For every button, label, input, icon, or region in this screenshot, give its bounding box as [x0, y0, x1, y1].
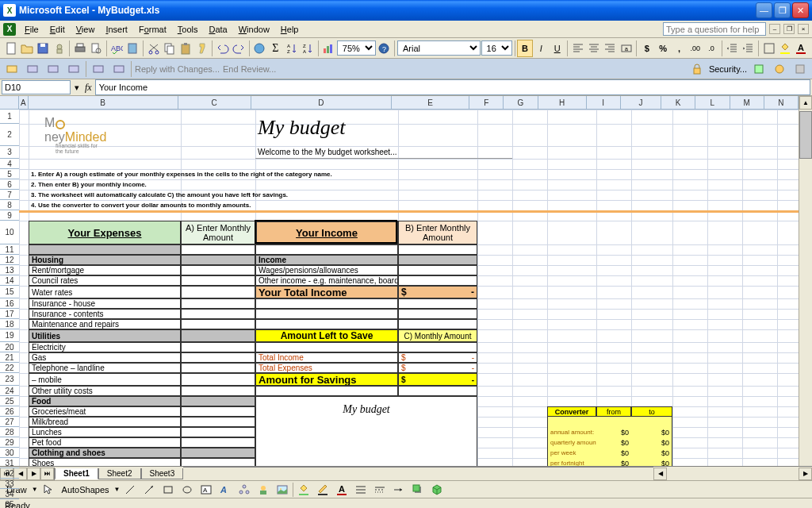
sort-desc-icon[interactable]: ZA: [300, 40, 315, 57]
col-header-N[interactable]: N: [764, 96, 799, 110]
zoom-combo[interactable]: 75%: [337, 40, 376, 56]
other-income[interactable]: Other income - e.g. maintenance, board: [255, 275, 398, 286]
conv-from[interactable]: $0: [596, 458, 631, 466]
hyperlink-icon[interactable]: [251, 40, 266, 57]
row-header-35[interactable]: 35: [0, 499, 19, 508]
row-header-17[interactable]: 17: [0, 309, 19, 319]
doc-restore-button[interactable]: ❐: [783, 24, 795, 34]
row-header-2[interactable]: 2: [0, 124, 19, 146]
cell[interactable]: [631, 417, 672, 427]
row-header-4[interactable]: 4: [0, 159, 19, 169]
review-icon-2[interactable]: [24, 60, 41, 78]
cell[interactable]: [596, 417, 631, 427]
cell[interactable]: [255, 309, 398, 319]
save-icon[interactable]: [36, 40, 51, 57]
title[interactable]: My budget: [255, 110, 477, 146]
cell[interactable]: [398, 319, 477, 329]
arrow-style-icon[interactable]: [390, 481, 408, 498]
cell[interactable]: [398, 386, 477, 396]
close-button[interactable]: ✕: [792, 2, 809, 18]
undo-icon[interactable]: [215, 40, 230, 57]
row-header-25[interactable]: 25: [0, 396, 19, 406]
tab-next-button[interactable]: ▶: [27, 468, 40, 480]
cell[interactable]: [255, 298, 398, 309]
select-all-corner[interactable]: [0, 96, 19, 110]
copy-icon[interactable]: [162, 40, 177, 57]
col-header-J[interactable]: J: [621, 96, 661, 110]
expense[interactable]: Food: [29, 396, 181, 406]
bold-button[interactable]: B: [517, 40, 532, 57]
shadow-icon[interactable]: [409, 481, 427, 498]
cut-icon[interactable]: [146, 40, 161, 57]
amount-cell[interactable]: [181, 275, 255, 286]
amount-cell[interactable]: [181, 342, 255, 352]
converter-header[interactable]: Converter: [547, 406, 596, 417]
diagram-icon[interactable]: [236, 481, 253, 498]
amount-cell[interactable]: [181, 448, 255, 458]
amount-cell[interactable]: [181, 458, 255, 466]
your-expenses-header[interactable]: Your Expenses: [29, 221, 181, 244]
amount-cell[interactable]: [181, 329, 255, 342]
autoshapes-menu[interactable]: AutoShapes: [59, 483, 113, 496]
line-icon[interactable]: [121, 481, 139, 498]
amount-cell[interactable]: [181, 396, 255, 406]
col-header-G[interactable]: G: [504, 96, 538, 110]
welcome[interactable]: Welcome to the My budget worksheet...: [255, 146, 512, 159]
col-header-K[interactable]: K: [661, 96, 695, 110]
col-header-F[interactable]: F: [469, 96, 504, 110]
print-icon[interactable]: [72, 40, 87, 57]
menu-insert[interactable]: Insert: [100, 23, 133, 36]
menu-tools[interactable]: Tools: [172, 23, 204, 36]
menu-data[interactable]: Data: [203, 23, 232, 36]
row-header-20[interactable]: 20: [0, 342, 19, 352]
expense[interactable]: Telephone – landline: [29, 363, 181, 373]
arrow-icon[interactable]: [140, 481, 158, 498]
total-income-val[interactable]: $-: [398, 286, 477, 298]
row-header-18[interactable]: 18: [0, 319, 19, 329]
amount-cell[interactable]: [181, 298, 255, 309]
decrease-indent-icon[interactable]: [725, 40, 740, 57]
amount-cell[interactable]: [181, 352, 255, 363]
row-header-21[interactable]: 21: [0, 352, 19, 363]
decrease-decimal-icon[interactable]: .0: [703, 40, 718, 57]
row-header-7[interactable]: 7: [0, 190, 19, 200]
expense[interactable]: Milk/bread: [29, 417, 181, 427]
font-color-draw-icon[interactable]: A: [333, 481, 350, 498]
conv-to[interactable]: $0: [631, 427, 672, 437]
conv-from[interactable]: $0: [596, 437, 631, 448]
expense[interactable]: – mobile: [29, 373, 181, 386]
format-painter-icon[interactable]: [194, 40, 209, 57]
row-header-30[interactable]: 30: [0, 448, 19, 458]
security-label[interactable]: Security...: [709, 64, 747, 74]
cell[interactable]: [255, 244, 398, 255]
row-header-24[interactable]: 24: [0, 386, 19, 396]
to-header[interactable]: to: [631, 406, 672, 417]
row-header-23[interactable]: 23: [0, 373, 19, 386]
col-header-H[interactable]: H: [538, 96, 587, 110]
instr2[interactable]: 2. Then enter B) your monthly income.: [29, 179, 512, 190]
row-header-28[interactable]: 28: [0, 427, 19, 437]
amount-cell[interactable]: [181, 255, 255, 265]
redo-icon[interactable]: [231, 40, 246, 57]
menu-view[interactable]: View: [71, 23, 101, 36]
row-header-9[interactable]: 9: [0, 210, 19, 221]
menu-window[interactable]: Window: [233, 23, 275, 36]
conv-to[interactable]: $0: [631, 448, 672, 458]
vertical-scrollbar[interactable]: ▲: [799, 96, 812, 466]
open-icon[interactable]: [19, 40, 34, 57]
amount-left[interactable]: Amount Left to Save: [255, 329, 398, 342]
row-header-22[interactable]: 22: [0, 363, 19, 373]
review-icon-1[interactable]: [3, 60, 21, 78]
namebox-dropdown-icon[interactable]: ▾: [72, 83, 82, 93]
expense[interactable]: Insurance - house: [29, 298, 181, 309]
row-header-8[interactable]: 8: [0, 200, 19, 210]
col-header-D[interactable]: D: [251, 96, 392, 110]
cell[interactable]: [398, 309, 477, 319]
expense[interactable]: Electricity: [29, 342, 181, 352]
spelling-icon[interactable]: ABC: [109, 40, 124, 57]
help-search-input[interactable]: [663, 22, 766, 36]
row-header-6[interactable]: 6: [0, 179, 19, 190]
cell[interactable]: $-: [398, 352, 477, 363]
fill-color-icon[interactable]: [777, 40, 792, 57]
italic-button[interactable]: I: [534, 40, 549, 57]
